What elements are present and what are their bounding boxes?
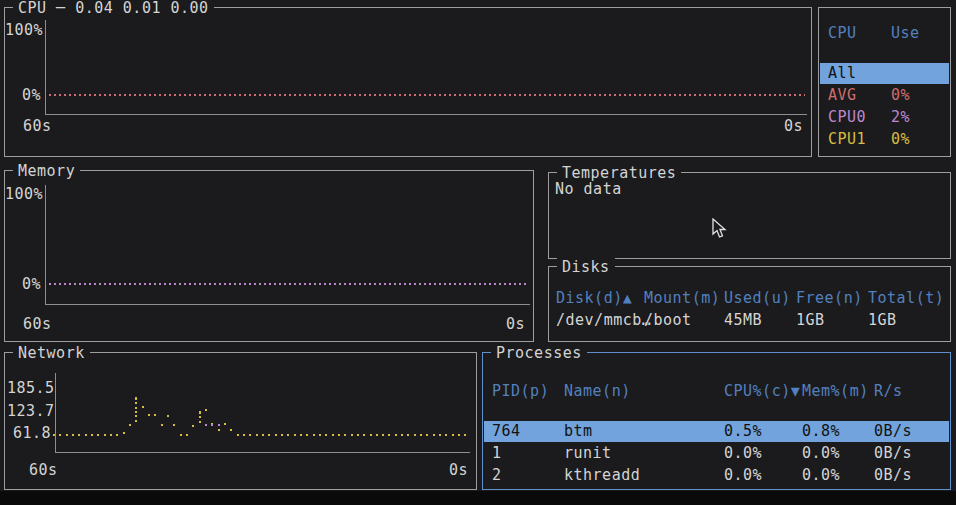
temperatures-panel[interactable]: Temperatures No data	[548, 172, 951, 259]
network-data-dot	[287, 434, 289, 436]
process-cell-mem: 0.0%	[802, 465, 840, 485]
network-data-dot	[199, 412, 201, 414]
network-data-dot	[205, 409, 207, 411]
cpu-legend-use: 2%	[891, 107, 910, 127]
cpu-panel[interactable]: CPU ─ 0.04 0.01 0.00 100% 0% 60s 0s	[4, 7, 812, 157]
network-data-dot	[53, 434, 55, 436]
network-data-dot	[338, 434, 340, 436]
network-data-dot	[281, 434, 283, 436]
network-data-dot	[72, 434, 74, 436]
processes-header-pid[interactable]: PID(p)	[492, 381, 549, 401]
network-data-dot	[414, 434, 416, 436]
network-data-dot	[439, 434, 441, 436]
network-data-dot	[135, 411, 137, 413]
bottom-app: CPU ─ 0.04 0.01 0.00 100% 0% 60s 0s CPU …	[0, 0, 956, 505]
temperatures-empty-text: No data	[555, 179, 622, 199]
network-data-dot	[135, 420, 137, 422]
network-data-dot	[445, 434, 447, 436]
process-row-btm[interactable]: 764btm0.5%0.8%0B/s	[484, 421, 949, 442]
disks-header-free[interactable]: Free(n)	[796, 288, 863, 308]
disks-header-total[interactable]: Total(t)	[868, 288, 944, 308]
network-data-dot	[420, 434, 422, 436]
memory-x-left-label: 60s	[23, 314, 52, 334]
cpu-legend-name: CPU1	[828, 129, 866, 149]
network-data-dot	[249, 434, 251, 436]
network-data-dot	[395, 434, 397, 436]
network-data-dot	[370, 434, 372, 436]
cpu-legend-row-avg[interactable]: AVG0%	[820, 85, 949, 106]
network-data-dot	[426, 434, 428, 436]
terminal-bottom-padding	[0, 491, 956, 505]
process-cell-cpu: 0.0%	[724, 465, 762, 485]
cpu-panel-title: CPU ─ 0.04 0.01 0.00	[13, 0, 214, 18]
network-data-dot	[123, 432, 125, 434]
processes-panel[interactable]: Processes PID(p) Name(n) CPU%(c)▼ Mem%(m…	[482, 352, 951, 490]
network-data-dot	[104, 434, 106, 436]
process-cell-name: runit	[564, 443, 612, 463]
cpu-legend-panel[interactable]: CPU Use AllAVG0%CPU02%CPU10%	[818, 7, 951, 157]
network-data-dot	[275, 434, 277, 436]
network-data-dot	[142, 406, 144, 408]
cpu-legend-row-cpu1[interactable]: CPU10%	[820, 129, 949, 150]
memory-usage-line	[49, 283, 528, 285]
processes-header-rs[interactable]: R/s	[874, 381, 903, 401]
cpu-legend-row-cpu0[interactable]: CPU02%	[820, 107, 949, 128]
disks-panel[interactable]: Disks Disk(d)▲ Mount(m) Used(u) Free(n) …	[548, 266, 951, 342]
network-data-dot	[319, 434, 321, 436]
cpu-legend-use: 0%	[891, 85, 910, 105]
cpu-legend-name: CPU0	[828, 107, 866, 127]
network-data-dot	[464, 434, 466, 436]
disk-row[interactable]: /dev/mmcb…/boot45MB1GB1GB	[550, 310, 949, 331]
disks-header-disk[interactable]: Disk(d)▲	[556, 288, 632, 308]
memory-y-min-label: 0%	[5, 274, 41, 294]
process-cell-name: btm	[564, 421, 593, 441]
network-data-dot	[262, 434, 264, 436]
network-data-dot	[186, 434, 188, 436]
network-data-dot	[256, 434, 258, 436]
network-data-dot	[154, 414, 156, 416]
memory-x-right-label: 0s	[506, 314, 525, 334]
process-cell-pid: 2	[492, 465, 502, 485]
network-x-left-label: 60s	[29, 460, 58, 480]
network-panel[interactable]: Network 185.5 123.7 61.8 60s 0s	[4, 352, 477, 490]
disks-panel-title: Disks	[557, 257, 615, 277]
network-data-dot	[199, 421, 201, 423]
disk-cell-total: 1GB	[868, 310, 897, 330]
processes-header-cpu[interactable]: CPU%(c)▼	[724, 381, 800, 401]
disks-header-mount[interactable]: Mount(m)	[644, 288, 720, 308]
network-data-dot	[211, 424, 213, 426]
process-cell-name: kthreadd	[564, 465, 640, 485]
process-cell-rs: 0B/s	[874, 421, 912, 441]
processes-header-mem[interactable]: Mem%(m)	[802, 381, 869, 401]
network-data-dot	[110, 434, 112, 436]
network-data-dot	[66, 434, 68, 436]
memory-y-max-label: 100%	[5, 184, 41, 204]
network-data-dot	[433, 434, 435, 436]
network-data-dot	[129, 424, 131, 426]
network-data-dot	[344, 434, 346, 436]
disk-cell-used: 45MB	[724, 310, 762, 330]
cpu-x-left-label: 60s	[23, 116, 52, 136]
memory-panel[interactable]: Memory 100% 0% 60s 0s	[4, 170, 534, 342]
memory-x-axis	[45, 304, 530, 305]
process-cell-mem: 0.8%	[802, 421, 840, 441]
cpu-y-min-label: 0%	[5, 85, 41, 105]
cpu-y-max-label: 100%	[5, 20, 41, 40]
process-row-runit[interactable]: 1runit0.0%0.0%0B/s	[484, 443, 949, 464]
cpu-legend-name: AVG	[828, 85, 857, 105]
network-data-dot	[382, 434, 384, 436]
cpu-legend-header-cpu: CPU	[828, 23, 857, 43]
cpu-x-right-label: 0s	[784, 116, 803, 136]
process-cell-cpu: 0.5%	[724, 421, 762, 441]
network-data-dot	[388, 434, 390, 436]
process-cell-pid: 764	[492, 421, 521, 441]
network-data-dot	[161, 424, 163, 426]
processes-header-name[interactable]: Name(n)	[564, 381, 631, 401]
disks-header-used[interactable]: Used(u)	[724, 288, 791, 308]
network-data-dot	[357, 434, 359, 436]
process-row-kthreadd[interactable]: 2kthreadd0.0%0.0%0B/s	[484, 465, 949, 486]
network-data-dot	[237, 434, 239, 436]
cpu-legend-row-all[interactable]: All	[820, 63, 949, 84]
network-data-dot	[78, 434, 80, 436]
process-cell-rs: 0B/s	[874, 465, 912, 485]
